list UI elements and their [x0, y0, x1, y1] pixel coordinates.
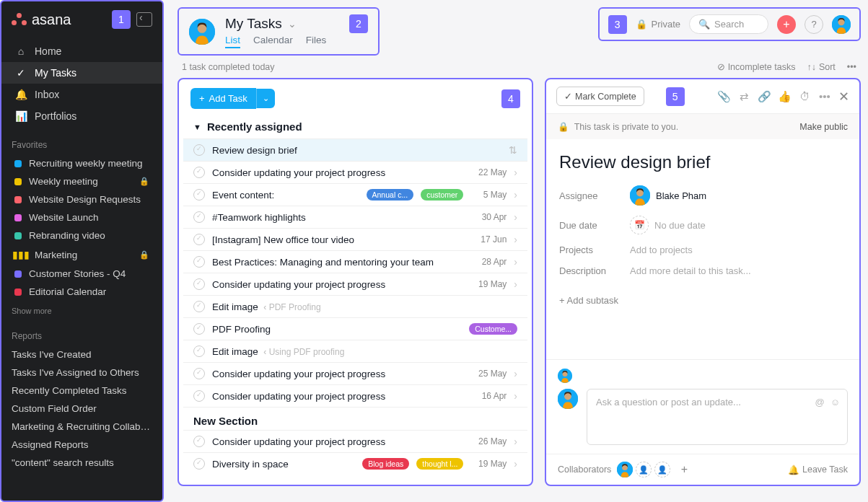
favorite-item[interactable]: Editorial Calendar [1, 283, 162, 301]
favorite-item[interactable]: Website Design Requests [1, 190, 162, 208]
task-checkbox[interactable] [193, 323, 205, 335]
favorite-item[interactable]: Customer Stories - Q4 [1, 265, 162, 283]
help-button[interactable]: ? [805, 15, 823, 34]
tab-calendar[interactable]: Calendar [253, 35, 293, 48]
task-row[interactable]: Consider updating your project progress2… [183, 430, 527, 452]
task-row[interactable]: Consider updating your project progress2… [183, 161, 527, 183]
collaborator-placeholder[interactable]: 👤 [636, 462, 652, 477]
description-field[interactable]: Description Add more detail to this task… [559, 265, 846, 276]
tab-list[interactable]: List [225, 35, 240, 48]
timer-icon[interactable]: ⏱ [798, 90, 811, 102]
task-checkbox[interactable] [193, 144, 205, 156]
private-indicator[interactable]: 🔒 Private [636, 19, 680, 30]
collaborator-placeholder[interactable]: 👤 [654, 462, 670, 477]
task-checkbox[interactable] [193, 368, 205, 379]
report-item[interactable]: Tasks I've Created [1, 345, 162, 364]
task-tag[interactable]: Annual c... [367, 189, 414, 201]
due-date-field[interactable]: Due date 📅 No due date [559, 216, 846, 234]
user-avatar[interactable] [189, 19, 215, 45]
task-row[interactable]: Consider updating your project progress1… [183, 273, 527, 295]
task-checkbox[interactable] [193, 301, 205, 312]
incomplete-tasks-filter[interactable]: ⊘ Incomplete tasks [717, 61, 796, 72]
task-title: Edit image ‹ Using PDF proofing [212, 346, 517, 357]
emoji-icon[interactable]: ☺ [830, 397, 840, 408]
nav-item-my-tasks[interactable]: ✓My Tasks [1, 62, 162, 84]
task-tag[interactable]: customer [421, 189, 463, 201]
task-checkbox[interactable] [193, 390, 205, 402]
task-checkbox[interactable] [193, 167, 205, 178]
show-more-link[interactable]: Show more [1, 301, 162, 321]
task-row[interactable]: Review design brief⇅ [183, 138, 527, 161]
subtask-icon[interactable]: ⇄ [737, 90, 750, 103]
section-header[interactable]: ▼ Recently assigned [183, 115, 527, 138]
task-row[interactable]: Best Practices: Managing and mentoring y… [183, 250, 527, 273]
add-subtask-button[interactable]: + Add subtask [559, 295, 846, 306]
task-row[interactable]: Consider updating your project progress1… [183, 384, 527, 407]
comment-input[interactable]: Ask a question or post an update... @ ☺ [587, 389, 848, 445]
task-checkbox[interactable] [193, 234, 205, 245]
completed-count: 1 task completed today [182, 62, 275, 72]
new-section-header[interactable]: New Section [183, 407, 527, 430]
report-item[interactable]: Custom Field Order [1, 400, 162, 418]
attachment-icon[interactable]: 📎 [717, 90, 730, 103]
add-button[interactable]: + [777, 15, 796, 34]
task-row[interactable]: Consider updating your project progress2… [183, 362, 527, 384]
detail-title[interactable]: Review design brief [559, 152, 846, 172]
add-task-button[interactable]: + Add Task [190, 88, 256, 109]
favorite-item[interactable]: Recruiting weekly meeting [1, 154, 162, 172]
task-row[interactable]: #Teamwork highlights30 Apr› [183, 206, 527, 228]
favorite-item[interactable]: Rebranding video [1, 226, 162, 245]
task-checkbox[interactable] [193, 256, 205, 268]
task-checkbox[interactable] [193, 345, 205, 357]
task-row[interactable]: Event content:Annual c...customer5 May› [183, 183, 527, 206]
nav-item-portfolios[interactable]: 📊Portfolios [1, 105, 162, 127]
report-item[interactable]: Assigned Reports [1, 436, 162, 454]
report-item[interactable]: Tasks I've Assigned to Others [1, 364, 162, 382]
nav-item-inbox[interactable]: 🔔Inbox [1, 84, 162, 105]
link-icon[interactable]: 🔗 [758, 90, 771, 103]
report-item[interactable]: "content" search results [1, 454, 162, 472]
more-menu[interactable]: ••• [847, 62, 856, 72]
nav-item-home[interactable]: ⌂Home [1, 40, 162, 62]
task-tag[interactable]: Custome... [469, 323, 517, 335]
more-icon[interactable]: ••• [818, 90, 831, 102]
task-row[interactable]: [Instagram] New office tour video17 Jun› [183, 228, 527, 250]
reports-list: Tasks I've CreatedTasks I've Assigned to… [1, 345, 162, 472]
task-row[interactable]: Edit image ‹ Using PDF proofing [183, 340, 527, 362]
close-icon[interactable]: ✕ [838, 89, 849, 105]
move-icon[interactable]: ⇅ [509, 144, 517, 156]
task-row[interactable]: Edit image ‹ PDF Proofing [183, 295, 527, 317]
make-public-link[interactable]: Make public [799, 122, 848, 132]
mark-complete-button[interactable]: ✓ Mark Complete [556, 87, 644, 106]
tab-files[interactable]: Files [306, 35, 327, 48]
task-checkbox[interactable] [193, 278, 205, 290]
add-task-dropdown[interactable]: ⌄ [256, 89, 275, 108]
projects-field[interactable]: Projects Add to projects [559, 245, 846, 255]
sort-button[interactable]: ↑↓ Sort [807, 62, 835, 72]
mention-icon[interactable]: @ [815, 397, 825, 408]
profile-avatar[interactable] [832, 15, 851, 34]
task-checkbox[interactable] [193, 458, 205, 470]
logo[interactable]: asana [12, 12, 71, 28]
like-icon[interactable]: 👍 [778, 90, 791, 103]
report-item[interactable]: Recently Completed Tasks [1, 382, 162, 400]
collapse-sidebar-icon[interactable] [136, 12, 152, 27]
leave-task-button[interactable]: 🔔 Leave Task [788, 464, 848, 475]
task-row[interactable]: Diversity in spaceBlog ideasthought l...… [183, 452, 527, 475]
add-collaborator-button[interactable]: + [676, 462, 692, 477]
favorite-item[interactable]: Weekly meeting🔒 [1, 172, 162, 190]
report-item[interactable]: Marketing & Recruiting Collabo... [1, 418, 162, 436]
assignee-field[interactable]: Assignee Blake Pham [559, 185, 846, 206]
chevron-right-icon: › [514, 211, 517, 223]
chevron-down-icon[interactable]: ⌄ [288, 18, 297, 30]
task-checkbox[interactable] [193, 436, 205, 447]
task-tag[interactable]: thought l... [416, 458, 463, 470]
task-checkbox[interactable] [193, 211, 205, 223]
task-tag[interactable]: Blog ideas [362, 458, 409, 470]
favorite-item[interactable]: ▮▮▮Marketing🔒 [1, 245, 162, 265]
collaborator-avatar[interactable] [617, 462, 633, 477]
task-row[interactable]: PDF ProofingCustome... [183, 317, 527, 340]
search-input[interactable]: 🔍 Search [689, 14, 768, 34]
favorite-item[interactable]: Website Launch [1, 208, 162, 226]
task-checkbox[interactable] [193, 189, 205, 201]
